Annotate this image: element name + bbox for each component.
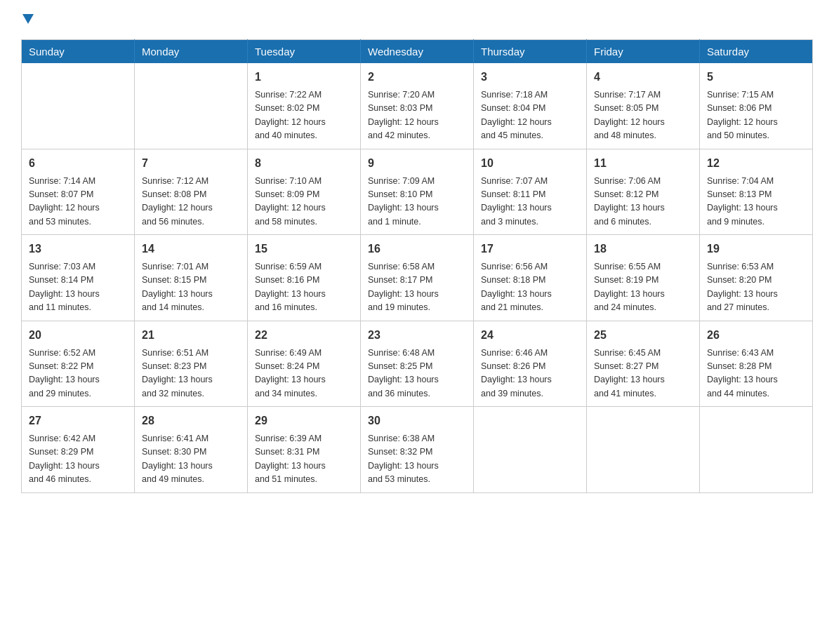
calendar-cell: 9Sunrise: 7:09 AM Sunset: 8:10 PM Daylig… [361, 149, 474, 235]
day-info: Sunrise: 6:58 AM Sunset: 8:17 PM Dayligh… [368, 260, 466, 315]
day-info: Sunrise: 6:49 AM Sunset: 8:24 PM Dayligh… [255, 347, 353, 401]
day-info: Sunrise: 6:45 AM Sunset: 8:27 PM Dayligh… [594, 347, 692, 401]
calendar-cell: 19Sunrise: 6:53 AM Sunset: 8:20 PM Dayli… [700, 235, 813, 321]
weekday-header-thursday: Thursday [474, 40, 587, 64]
calendar-cell: 26Sunrise: 6:43 AM Sunset: 8:28 PM Dayli… [700, 321, 813, 407]
day-info: Sunrise: 7:18 AM Sunset: 8:04 PM Dayligh… [481, 88, 579, 143]
day-info: Sunrise: 7:22 AM Sunset: 8:02 PM Dayligh… [255, 88, 353, 143]
day-info: Sunrise: 7:10 AM Sunset: 8:09 PM Dayligh… [255, 175, 353, 229]
page-header [21, 14, 813, 27]
day-number: 8 [255, 155, 353, 172]
day-number: 18 [594, 241, 692, 257]
calendar-cell: 17Sunrise: 6:56 AM Sunset: 8:18 PM Dayli… [474, 235, 587, 321]
day-info: Sunrise: 7:12 AM Sunset: 8:08 PM Dayligh… [142, 175, 240, 229]
day-number: 28 [142, 412, 240, 429]
calendar-cell: 24Sunrise: 6:46 AM Sunset: 8:26 PM Dayli… [474, 321, 587, 407]
logo-triangle-icon [22, 14, 34, 27]
calendar-cell [700, 407, 813, 493]
day-number: 29 [255, 412, 353, 429]
day-number: 16 [368, 241, 466, 257]
weekday-header-monday: Monday [135, 40, 248, 64]
day-number: 20 [29, 327, 127, 344]
day-number: 27 [29, 412, 127, 429]
day-info: Sunrise: 7:14 AM Sunset: 8:07 PM Dayligh… [29, 175, 127, 229]
calendar-cell: 27Sunrise: 6:42 AM Sunset: 8:29 PM Dayli… [22, 407, 135, 493]
weekday-header-wednesday: Wednesday [361, 40, 474, 64]
calendar-cell: 12Sunrise: 7:04 AM Sunset: 8:13 PM Dayli… [700, 149, 813, 235]
calendar-cell [22, 63, 135, 149]
day-info: Sunrise: 6:39 AM Sunset: 8:31 PM Dayligh… [255, 432, 353, 487]
calendar-cell [587, 407, 700, 493]
calendar-cell: 3Sunrise: 7:18 AM Sunset: 8:04 PM Daylig… [474, 63, 587, 149]
calendar-cell: 4Sunrise: 7:17 AM Sunset: 8:05 PM Daylig… [587, 63, 700, 149]
calendar-week-row: 6Sunrise: 7:14 AM Sunset: 8:07 PM Daylig… [22, 149, 813, 235]
day-number: 14 [142, 241, 240, 257]
day-info: Sunrise: 6:48 AM Sunset: 8:25 PM Dayligh… [368, 347, 466, 401]
day-info: Sunrise: 7:15 AM Sunset: 8:06 PM Dayligh… [707, 88, 805, 143]
day-number: 1 [255, 69, 353, 86]
day-info: Sunrise: 6:59 AM Sunset: 8:16 PM Dayligh… [255, 260, 353, 315]
calendar-cell: 16Sunrise: 6:58 AM Sunset: 8:17 PM Dayli… [361, 235, 474, 321]
day-number: 12 [707, 155, 805, 172]
calendar-cell: 6Sunrise: 7:14 AM Sunset: 8:07 PM Daylig… [22, 149, 135, 235]
weekday-header-friday: Friday [587, 40, 700, 64]
day-number: 9 [368, 155, 466, 172]
calendar-cell [474, 407, 587, 493]
day-number: 5 [707, 69, 805, 86]
calendar-cell: 13Sunrise: 7:03 AM Sunset: 8:14 PM Dayli… [22, 235, 135, 321]
day-number: 6 [29, 155, 127, 172]
day-number: 10 [481, 155, 579, 172]
day-number: 13 [29, 241, 127, 257]
calendar-cell [135, 63, 248, 149]
day-info: Sunrise: 6:52 AM Sunset: 8:22 PM Dayligh… [29, 347, 127, 401]
calendar-cell: 22Sunrise: 6:49 AM Sunset: 8:24 PM Dayli… [248, 321, 361, 407]
calendar-cell: 20Sunrise: 6:52 AM Sunset: 8:22 PM Dayli… [22, 321, 135, 407]
calendar-cell: 8Sunrise: 7:10 AM Sunset: 8:09 PM Daylig… [248, 149, 361, 235]
day-info: Sunrise: 6:42 AM Sunset: 8:29 PM Dayligh… [29, 432, 127, 487]
day-info: Sunrise: 7:09 AM Sunset: 8:10 PM Dayligh… [368, 175, 466, 229]
day-info: Sunrise: 6:53 AM Sunset: 8:20 PM Dayligh… [707, 260, 805, 315]
day-info: Sunrise: 7:20 AM Sunset: 8:03 PM Dayligh… [368, 88, 466, 143]
calendar-cell: 29Sunrise: 6:39 AM Sunset: 8:31 PM Dayli… [248, 407, 361, 493]
day-number: 4 [594, 69, 692, 86]
day-info: Sunrise: 7:03 AM Sunset: 8:14 PM Dayligh… [29, 260, 127, 315]
calendar-cell: 25Sunrise: 6:45 AM Sunset: 8:27 PM Dayli… [587, 321, 700, 407]
day-number: 21 [142, 327, 240, 344]
day-number: 23 [368, 327, 466, 344]
day-info: Sunrise: 6:46 AM Sunset: 8:26 PM Dayligh… [481, 347, 579, 401]
day-info: Sunrise: 6:51 AM Sunset: 8:23 PM Dayligh… [142, 347, 240, 401]
day-number: 2 [368, 69, 466, 86]
day-number: 22 [255, 327, 353, 344]
calendar-cell: 28Sunrise: 6:41 AM Sunset: 8:30 PM Dayli… [135, 407, 248, 493]
day-number: 7 [142, 155, 240, 172]
day-info: Sunrise: 7:01 AM Sunset: 8:15 PM Dayligh… [142, 260, 240, 315]
calendar-week-row: 27Sunrise: 6:42 AM Sunset: 8:29 PM Dayli… [22, 407, 813, 493]
calendar-week-row: 13Sunrise: 7:03 AM Sunset: 8:14 PM Dayli… [22, 235, 813, 321]
calendar-week-row: 20Sunrise: 6:52 AM Sunset: 8:22 PM Dayli… [22, 321, 813, 407]
logo [21, 14, 34, 27]
day-number: 19 [707, 241, 805, 257]
calendar-header: SundayMondayTuesdayWednesdayThursdayFrid… [22, 40, 813, 64]
calendar-cell: 14Sunrise: 7:01 AM Sunset: 8:15 PM Dayli… [135, 235, 248, 321]
day-number: 24 [481, 327, 579, 344]
calendar-cell: 1Sunrise: 7:22 AM Sunset: 8:02 PM Daylig… [248, 63, 361, 149]
day-info: Sunrise: 7:04 AM Sunset: 8:13 PM Dayligh… [707, 175, 805, 229]
day-info: Sunrise: 6:41 AM Sunset: 8:30 PM Dayligh… [142, 432, 240, 487]
day-number: 17 [481, 241, 579, 257]
day-info: Sunrise: 6:55 AM Sunset: 8:19 PM Dayligh… [594, 260, 692, 315]
calendar-table: SundayMondayTuesdayWednesdayThursdayFrid… [21, 39, 813, 493]
weekday-header-row: SundayMondayTuesdayWednesdayThursdayFrid… [22, 40, 813, 64]
day-info: Sunrise: 7:07 AM Sunset: 8:11 PM Dayligh… [481, 175, 579, 229]
day-info: Sunrise: 7:17 AM Sunset: 8:05 PM Dayligh… [594, 88, 692, 143]
day-info: Sunrise: 6:43 AM Sunset: 8:28 PM Dayligh… [707, 347, 805, 401]
calendar-cell: 30Sunrise: 6:38 AM Sunset: 8:32 PM Dayli… [361, 407, 474, 493]
day-number: 11 [594, 155, 692, 172]
calendar-cell: 11Sunrise: 7:06 AM Sunset: 8:12 PM Dayli… [587, 149, 700, 235]
svg-marker-0 [22, 14, 34, 24]
calendar-cell: 7Sunrise: 7:12 AM Sunset: 8:08 PM Daylig… [135, 149, 248, 235]
day-number: 26 [707, 327, 805, 344]
calendar-cell: 10Sunrise: 7:07 AM Sunset: 8:11 PM Dayli… [474, 149, 587, 235]
calendar-cell: 21Sunrise: 6:51 AM Sunset: 8:23 PM Dayli… [135, 321, 248, 407]
calendar-body: 1Sunrise: 7:22 AM Sunset: 8:02 PM Daylig… [22, 63, 813, 492]
day-info: Sunrise: 6:38 AM Sunset: 8:32 PM Dayligh… [368, 432, 466, 487]
